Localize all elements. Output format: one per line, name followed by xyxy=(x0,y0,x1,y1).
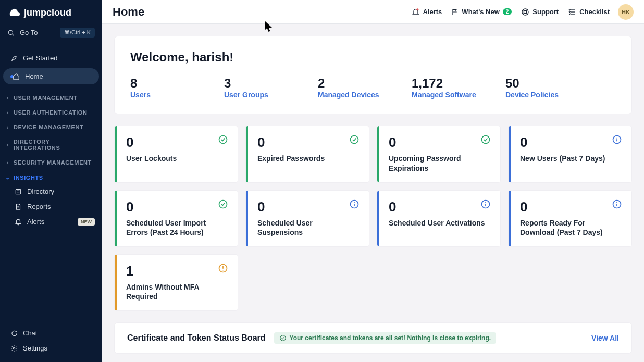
report-icon xyxy=(15,203,22,210)
bell-alert-icon xyxy=(412,8,420,16)
kpi-card-expired-passwords[interactable]: 0 Expired Passwords xyxy=(246,126,369,182)
svg-point-21 xyxy=(219,136,227,144)
page-title: Home xyxy=(113,5,144,19)
svg-point-36 xyxy=(616,202,617,203)
brand-logo[interactable]: jumpcloud xyxy=(0,0,102,23)
checklist-icon xyxy=(568,8,576,16)
sidebar-item-chat[interactable]: Chat xyxy=(0,326,102,341)
stats-row: 8 Users 3 User Groups 2 Managed Devices … xyxy=(130,76,616,99)
top-action-checklist[interactable]: Checklist xyxy=(568,8,610,16)
sidebar-item-label: Alerts xyxy=(27,218,44,226)
chat-icon xyxy=(10,330,18,337)
check-circle-icon xyxy=(480,134,491,145)
top-action-alerts[interactable]: Alerts xyxy=(412,8,442,16)
sidebar-item-label: Home xyxy=(25,72,43,80)
avatar[interactable]: HK xyxy=(618,4,634,20)
sidebar-item-directory[interactable]: Directory xyxy=(0,184,102,199)
info-circle-icon xyxy=(612,134,622,145)
kpi-label: Reports Ready For Download (Past 7 Days) xyxy=(520,218,622,237)
kpi-card-reports-ready[interactable]: 0 Reports Ready For Download (Past 7 Day… xyxy=(509,191,631,246)
bell-icon xyxy=(15,218,22,226)
kpi-card-upcoming-expirations[interactable]: 0 Upcoming Password Expirations xyxy=(377,126,500,182)
sidebar-item-get-started[interactable]: Get Started xyxy=(3,50,99,66)
stat-value: 50 xyxy=(505,76,578,91)
stat-label: Managed Devices xyxy=(318,91,391,99)
sidebar-item-reports[interactable]: Reports xyxy=(0,199,102,214)
top-action-whats-new[interactable]: What's New 2 xyxy=(451,8,512,16)
stat-managed-devices[interactable]: 2 Managed Devices xyxy=(318,76,391,99)
kpi-value: 0 xyxy=(520,199,527,215)
gear-icon xyxy=(10,345,18,352)
stat-value: 2 xyxy=(318,76,391,91)
check-circle-icon xyxy=(218,199,228,209)
stat-value: 8 xyxy=(130,76,203,91)
stat-user-groups[interactable]: 3 User Groups xyxy=(224,76,297,99)
lifebuoy-icon xyxy=(521,8,529,16)
sidebar-section-directory-integrations[interactable]: › DIRECTORY INTEGRATIONS xyxy=(0,133,102,154)
chevron-right-icon: › xyxy=(5,109,10,116)
flag-icon xyxy=(451,8,459,16)
home-icon xyxy=(13,73,20,80)
section-label: USER AUTHENTICATION xyxy=(14,109,88,116)
check-circle-icon xyxy=(218,134,228,145)
kpi-label: New Users (Past 7 Days) xyxy=(520,154,622,163)
kpi-card-user-suspensions[interactable]: 0 Scheduled User Suspensions xyxy=(246,191,369,246)
kpi-label: Scheduled User Suspensions xyxy=(257,218,360,237)
sidebar-item-alerts[interactable]: Alerts NEW xyxy=(0,214,102,229)
info-circle-icon xyxy=(349,199,360,209)
kpi-value: 0 xyxy=(126,199,133,215)
list-icon xyxy=(15,188,22,195)
svg-point-10 xyxy=(13,347,15,349)
svg-point-1 xyxy=(13,9,14,10)
brand-name: jumpcloud xyxy=(24,7,71,18)
stat-managed-software[interactable]: 1,172 Managed Software xyxy=(412,76,485,99)
kpi-value: 0 xyxy=(257,134,265,151)
status-message: Your certificates and tokens are all set… xyxy=(290,334,491,342)
kpi-value: 0 xyxy=(126,134,133,151)
sidebar-item-label: Get Started xyxy=(23,54,57,62)
check-circle-icon xyxy=(349,134,360,145)
info-circle-icon xyxy=(612,199,622,209)
sidebar-section-user-authentication[interactable]: › USER AUTHENTICATION xyxy=(0,104,102,119)
chevron-right-icon: › xyxy=(5,124,10,130)
kpi-value: 0 xyxy=(389,199,396,215)
avatar-initials: HK xyxy=(622,9,630,15)
svg-point-39 xyxy=(222,270,224,271)
chevron-down-icon: ⌄ xyxy=(5,174,10,181)
svg-point-3 xyxy=(8,30,13,34)
sidebar-item-settings[interactable]: Settings xyxy=(0,341,102,356)
chevron-right-icon: › xyxy=(5,95,10,101)
sidebar-section-insights[interactable]: ⌄ INSIGHTS xyxy=(0,169,102,184)
kpi-label: Scheduled User Activations xyxy=(389,218,491,228)
chevron-right-icon: › xyxy=(5,142,10,148)
kpi-label: Scheduled User Import Errors (Past 24 Ho… xyxy=(126,218,228,237)
svg-line-17 xyxy=(526,9,528,11)
kpi-value: 0 xyxy=(257,199,265,215)
sidebar-section-security-management[interactable]: › SECURITY MANAGEMENT xyxy=(0,154,102,169)
section-label: INSIGHTS xyxy=(14,174,43,181)
stat-users[interactable]: 8 Users xyxy=(130,76,203,99)
kpi-card-admins-no-mfa[interactable]: 1 Admins Without MFA Required xyxy=(115,255,238,310)
kpi-label: Expired Passwords xyxy=(257,154,360,163)
svg-line-15 xyxy=(526,13,528,15)
svg-point-0 xyxy=(11,9,12,10)
view-all-link[interactable]: View All xyxy=(591,334,619,342)
top-action-label: Checklist xyxy=(579,8,610,16)
svg-point-22 xyxy=(351,136,358,144)
kpi-card-user-lockouts[interactable]: 0 User Lockouts xyxy=(115,126,238,182)
sidebar-item-label: Directory xyxy=(27,188,54,195)
kpi-card-new-users[interactable]: 0 New Users (Past 7 Days) xyxy=(509,126,631,182)
top-action-support[interactable]: Support xyxy=(521,8,559,16)
sidebar-section-user-management[interactable]: › USER MANAGEMENT xyxy=(0,90,102,104)
status-title: Certificate and Token Status Board xyxy=(127,333,266,343)
kpi-label: User Lockouts xyxy=(126,154,228,163)
svg-point-30 xyxy=(354,202,355,203)
stat-device-policies[interactable]: 50 Device Policies xyxy=(505,76,578,99)
stat-label: Managed Software xyxy=(412,91,485,99)
goto-search[interactable]: Go To ⌘/Ctrl + K xyxy=(0,23,102,42)
section-label: SECURITY MANAGEMENT xyxy=(14,159,92,166)
sidebar-item-home[interactable]: Home xyxy=(3,68,99,84)
kpi-card-import-errors[interactable]: 0 Scheduled User Import Errors (Past 24 … xyxy=(115,191,238,246)
sidebar-section-device-management[interactable]: › DEVICE MANAGEMENT xyxy=(0,119,102,133)
kpi-card-user-activations[interactable]: 0 Scheduled User Activations xyxy=(377,191,500,246)
